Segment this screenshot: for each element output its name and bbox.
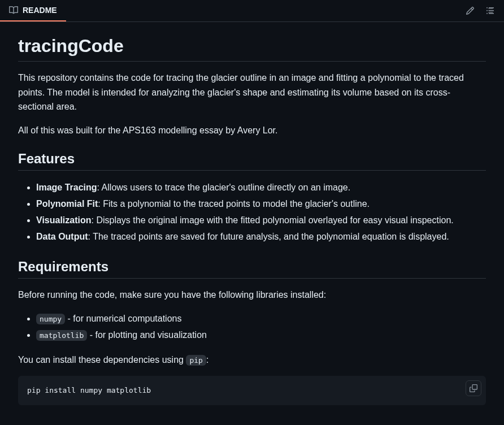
list-icon bbox=[486, 6, 495, 15]
book-icon bbox=[9, 6, 18, 15]
header-left: README bbox=[0, 0, 66, 21]
header-right bbox=[461, 2, 499, 20]
copy-icon bbox=[470, 384, 477, 392]
outline-button[interactable] bbox=[481, 2, 499, 20]
copy-button[interactable] bbox=[466, 380, 481, 396]
intro-paragraph-2: All of this was built for the APS163 mod… bbox=[18, 123, 486, 138]
features-heading: Features bbox=[18, 151, 486, 171]
svg-point-2 bbox=[486, 13, 488, 14]
features-list: Image Tracing: Allows users to trace the… bbox=[18, 180, 486, 245]
requirements-list: numpy - for numerical computations matpl… bbox=[18, 311, 486, 344]
list-item: Polynomial Fit: Fits a polynomial to the… bbox=[36, 196, 486, 212]
list-item: Data Output: The traced points are saved… bbox=[36, 229, 486, 245]
edit-button[interactable] bbox=[461, 2, 479, 20]
list-item: Image Tracing: Allows users to trace the… bbox=[36, 180, 486, 196]
tab-readme[interactable]: README bbox=[0, 0, 66, 21]
requirements-intro: Before running the code, make sure you h… bbox=[18, 288, 486, 302]
code-inline: pip bbox=[186, 355, 206, 366]
code-inline: numpy bbox=[36, 314, 65, 324]
svg-point-0 bbox=[486, 7, 488, 8]
readme-content: tracingCode This repository contains the… bbox=[0, 22, 504, 425]
readme-header: README bbox=[0, 0, 504, 22]
list-item: matplotlib - for plotting and visualizat… bbox=[36, 327, 486, 344]
install-text: You can install these dependencies using… bbox=[18, 353, 486, 367]
pencil-icon bbox=[466, 6, 475, 15]
list-item: numpy - for numerical computations bbox=[36, 311, 486, 327]
code-inline: matplotlib bbox=[36, 330, 87, 341]
page-title: tracingCode bbox=[18, 36, 486, 62]
intro-paragraph-1: This repository contains the code for tr… bbox=[18, 71, 486, 114]
code-block: pip install numpy matplotlib bbox=[18, 376, 486, 405]
readme-label: README bbox=[23, 6, 57, 15]
requirements-heading: Requirements bbox=[18, 259, 486, 279]
code-content: pip install numpy matplotlib bbox=[27, 385, 477, 396]
list-item: Visualization: Displays the original ima… bbox=[36, 212, 486, 229]
svg-point-1 bbox=[486, 10, 488, 11]
